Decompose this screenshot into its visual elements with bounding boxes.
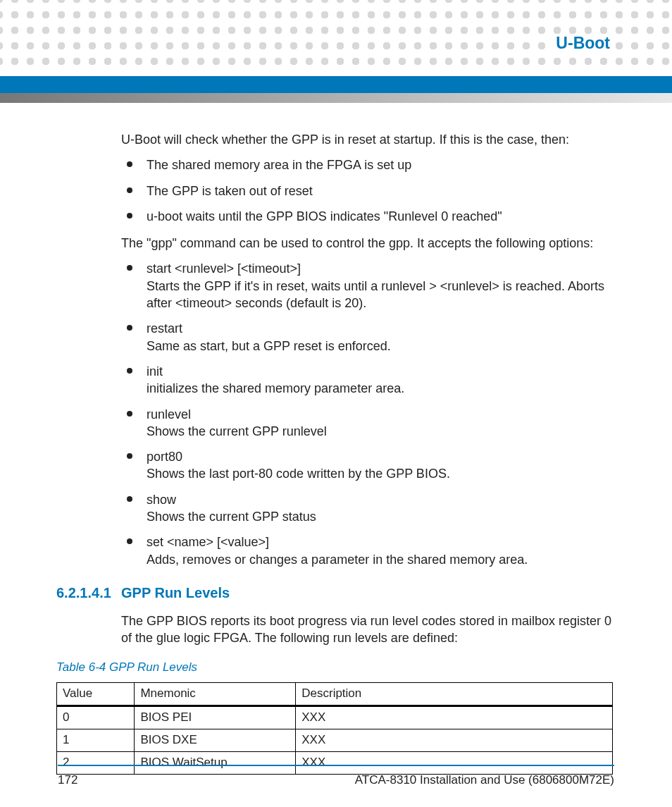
doc-id: ATCA-8310 Installation and Use (6806800M… bbox=[355, 773, 614, 787]
table-header-row: Value Mnemonic Description bbox=[57, 683, 613, 706]
table-cell: XXX bbox=[296, 706, 613, 729]
header-blue-bar bbox=[0, 76, 672, 93]
list-item: set <name> [<value>]Adds, removes or cha… bbox=[121, 534, 613, 568]
list-item: The shared memory area in the FPGA is se… bbox=[121, 156, 613, 173]
table-cell: 0 bbox=[57, 706, 135, 729]
section-number: 6.2.1.4.1 bbox=[56, 584, 121, 603]
list-item: start <runlevel> [<timeout>]Starts the G… bbox=[121, 260, 613, 312]
page-footer: 172 ATCA-8310 Installation and Use (6806… bbox=[58, 773, 614, 787]
gpp-command-paragraph: The "gpp" command can be used to control… bbox=[121, 235, 613, 252]
list-item: initinitializes the shared memory parame… bbox=[121, 363, 613, 398]
table-cell: BIOS PEI bbox=[135, 706, 296, 729]
chapter-title: U-Boot bbox=[550, 34, 613, 53]
intro-paragraph: U-Boot will check whether the GPP is in … bbox=[121, 131, 613, 148]
list-item: restartSame as start, but a GPP reset is… bbox=[121, 320, 613, 355]
list-item: port80Shows the last port-80 code writte… bbox=[121, 448, 613, 483]
table-header: Description bbox=[296, 683, 613, 706]
list-item: showShows the current GPP status bbox=[121, 491, 613, 526]
table-header: Value bbox=[57, 683, 135, 706]
table-cell: 1 bbox=[57, 729, 135, 752]
table-row: 1 BIOS DXE XXX bbox=[57, 729, 613, 752]
table-cell: BIOS DXE bbox=[135, 729, 296, 752]
header-gradient-rule bbox=[0, 93, 672, 103]
table-cell: 2 bbox=[57, 752, 135, 775]
table-cell: XXX bbox=[296, 729, 613, 752]
runlevels-table: Value Mnemonic Description 0 BIOS PEI XX… bbox=[56, 682, 613, 775]
section-title: GPP Run Levels bbox=[121, 585, 230, 600]
list-item: runlevelShows the current GPP runlevel bbox=[121, 406, 613, 441]
table-row: 0 BIOS PEI XXX bbox=[57, 706, 613, 729]
footer-rule bbox=[58, 765, 614, 766]
startup-list: The shared memory area in the FPGA is se… bbox=[121, 156, 613, 225]
section-paragraph: The GPP BIOS reports its boot progress v… bbox=[121, 612, 613, 647]
table-cell: XXX bbox=[296, 752, 613, 775]
section-heading: 6.2.1.4.1GPP Run Levels bbox=[56, 584, 613, 603]
list-item: u-boot waits until the GPP BIOS indicate… bbox=[121, 208, 613, 225]
table-caption: Table 6-4 GPP Run Levels bbox=[56, 660, 613, 676]
page-content: U-Boot will check whether the GPP is in … bbox=[121, 131, 613, 775]
table-header: Mnemonic bbox=[135, 683, 296, 706]
page-number: 172 bbox=[58, 773, 77, 787]
list-item: The GPP is taken out of reset bbox=[121, 183, 613, 199]
table-row: 2 BIOS WaitSetup XXX bbox=[57, 752, 613, 775]
gpp-options-list: start <runlevel> [<timeout>]Starts the G… bbox=[121, 260, 613, 567]
table-cell: BIOS WaitSetup bbox=[135, 752, 296, 775]
